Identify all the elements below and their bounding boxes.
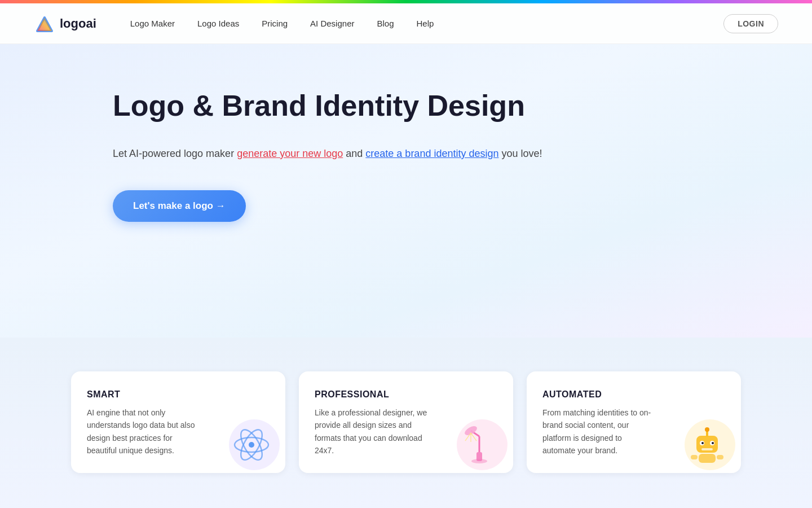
professional-card: PROFESSIONAL Like a professional designe… (299, 371, 513, 473)
svg-rect-22 (699, 454, 716, 463)
smart-card-icon (229, 422, 274, 467)
professional-card-text: Like a professional designer, we provide… (315, 406, 427, 457)
logo-text: logoai (60, 16, 96, 31)
hero-section: Logo & Brand Identity Design Let AI-powe… (0, 44, 812, 338)
svg-point-5 (249, 442, 254, 448)
designer-icon (460, 425, 499, 465)
nav-links: Logo Maker Logo Ideas Pricing AI Designe… (130, 19, 723, 29)
login-button[interactable]: LOGIN (723, 14, 778, 33)
svg-point-19 (701, 442, 704, 444)
hero-title: Logo & Brand Identity Design (113, 89, 699, 123)
smart-card: SMART AI engine that not only understand… (71, 371, 285, 473)
svg-marker-1 (37, 17, 52, 31)
svg-rect-21 (701, 448, 713, 450)
cards-container: SMART AI engine that not only understand… (56, 371, 756, 473)
automated-card-title: AUTOMATED (542, 389, 725, 400)
nav-pricing[interactable]: Pricing (262, 19, 288, 28)
hero-subtitle-prefix: Let AI-powered logo maker (113, 148, 237, 159)
smart-card-text: AI engine that not only understands logo… (87, 406, 200, 457)
navbar: logoai Logo Maker Logo Ideas Pricing AI … (0, 3, 812, 44)
nav-logo-ideas[interactable]: Logo Ideas (197, 19, 239, 28)
nav-help[interactable]: Help (417, 19, 434, 28)
hero-subtitle: Let AI-powered logo maker generate your … (113, 146, 699, 162)
svg-rect-23 (691, 455, 698, 459)
logoai-logo-icon (34, 13, 55, 34)
automated-card-icon (685, 422, 730, 467)
atom-icon (232, 425, 271, 465)
smart-card-title: SMART (87, 389, 270, 400)
generate-logo-link[interactable]: generate your new logo (237, 148, 343, 159)
svg-point-20 (712, 442, 714, 444)
professional-card-icon (457, 422, 502, 467)
automated-card: AUTOMATED From matching identities to on… (527, 371, 741, 473)
brand-identity-link[interactable]: create a brand identity design (365, 148, 498, 159)
hero-content: Logo & Brand Identity Design Let AI-powe… (0, 44, 812, 256)
automated-card-text: From matching identities to on-brand soc… (542, 406, 655, 457)
svg-point-16 (705, 427, 709, 432)
nav-logo-maker[interactable]: Logo Maker (130, 19, 175, 28)
cta-button[interactable]: Let's make a logo → (113, 190, 246, 222)
svg-rect-24 (717, 455, 723, 459)
features-section: SMART AI engine that not only understand… (0, 338, 812, 508)
nav-blog[interactable]: Blog (377, 19, 394, 28)
professional-card-title: PROFESSIONAL (315, 389, 497, 400)
robot-icon (686, 423, 729, 466)
hero-subtitle-middle: and (346, 148, 365, 159)
nav-ai-designer[interactable]: AI Designer (310, 19, 354, 28)
logo-link[interactable]: logoai (34, 13, 96, 34)
hero-subtitle-suffix: you love! (502, 148, 542, 159)
svg-point-7 (471, 459, 487, 463)
